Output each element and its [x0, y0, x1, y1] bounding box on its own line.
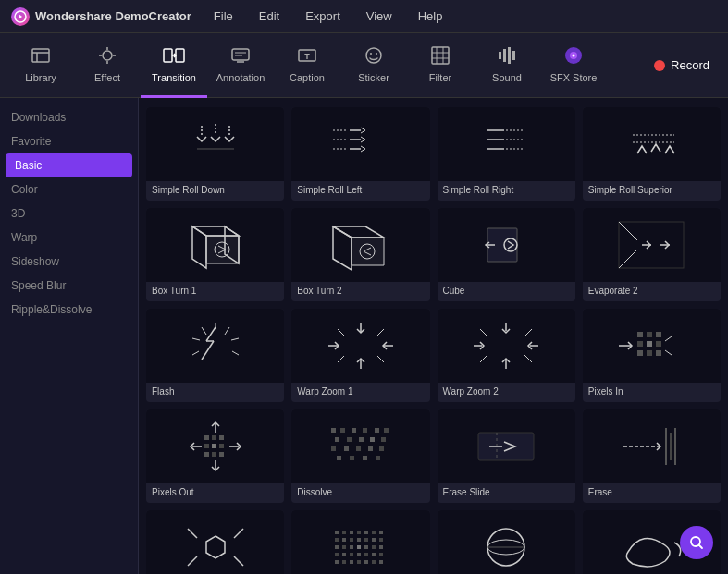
toolbar-effect[interactable]: Effect: [74, 33, 141, 98]
record-button[interactable]: Record: [643, 53, 721, 78]
toolbar-sticker[interactable]: Sticker: [340, 33, 407, 98]
content-area: Simple Roll Down Simple Roll Left: [139, 98, 728, 574]
transition-simple-roll-down[interactable]: Simple Roll Down: [146, 107, 284, 201]
toolbar: Library Effect Transition Annotation T C…: [0, 33, 728, 98]
transition-evaporate-2[interactable]: Evaporate 2: [583, 208, 721, 301]
transition-t19[interactable]: [438, 510, 575, 574]
label-erase-slide: Erase Slide: [438, 483, 575, 503]
sidebar-item-3d[interactable]: 3D: [0, 202, 138, 226]
main-layout: Downloads Favorite Basic Color 3D Warp S…: [0, 98, 728, 574]
svg-rect-116: [368, 446, 373, 451]
svg-rect-115: [356, 446, 361, 451]
library-label: Library: [25, 72, 56, 83]
svg-rect-91: [219, 435, 224, 440]
caption-label: Caption: [290, 72, 325, 83]
transition-erase-slide[interactable]: Erase Slide: [438, 409, 575, 503]
transition-label: Transition: [152, 72, 196, 83]
toolbar-transition[interactable]: Transition: [141, 33, 207, 98]
transition-t17[interactable]: [146, 510, 284, 574]
toolbar-library[interactable]: Library: [7, 33, 74, 98]
svg-rect-11: [232, 49, 249, 60]
toolbar-sfx[interactable]: SFX Store: [540, 33, 607, 98]
transition-warp-zoom-1[interactable]: Warp Zoom 1: [291, 309, 429, 402]
label-simple-roll-superior: Simple Roll Superior: [583, 181, 721, 201]
transition-simple-roll-superior[interactable]: Simple Roll Superior: [583, 107, 721, 201]
svg-rect-104: [352, 428, 356, 433]
svg-rect-156: [342, 553, 346, 556]
menu-export[interactable]: Export: [302, 7, 344, 25]
search-button[interactable]: [680, 526, 713, 559]
sidebar-item-warp[interactable]: Warp: [0, 226, 138, 250]
label-flash: Flash: [146, 383, 284, 402]
svg-rect-114: [344, 446, 349, 451]
sidebar-item-downloads[interactable]: Downloads: [0, 105, 138, 129]
transitions-grid: Simple Roll Down Simple Roll Left: [146, 107, 721, 574]
svg-rect-135: [342, 531, 346, 534]
svg-rect-94: [219, 444, 224, 448]
svg-rect-163: [342, 560, 346, 564]
toolbar-filter[interactable]: Filter: [407, 33, 474, 98]
svg-rect-78: [647, 332, 652, 337]
transition-simple-roll-left[interactable]: Simple Roll Left: [291, 107, 429, 201]
sidebar-item-favorite[interactable]: Favorite: [0, 129, 138, 153]
record-label: Record: [671, 58, 709, 72]
svg-rect-149: [342, 545, 346, 549]
svg-rect-167: [372, 560, 376, 564]
svg-rect-127: [674, 428, 676, 465]
svg-rect-77: [637, 332, 643, 337]
sidebar-item-sideshow[interactable]: Sideshow: [0, 250, 138, 274]
svg-rect-140: [379, 531, 383, 534]
transition-box-turn-1[interactable]: Box Turn 1: [146, 208, 284, 301]
svg-rect-157: [350, 553, 353, 556]
toolbar-sound[interactable]: Sound: [474, 33, 540, 98]
thumb-t17: [146, 510, 284, 574]
transition-pixels-out[interactable]: Pixels Out: [146, 409, 284, 503]
transition-dissolve[interactable]: Dissolve: [291, 409, 429, 503]
svg-point-16: [366, 48, 381, 63]
thumb-erase: [583, 409, 721, 483]
toolbar-caption[interactable]: T Caption: [274, 33, 340, 98]
menu-file[interactable]: File: [210, 7, 237, 25]
transition-t18[interactable]: [291, 510, 429, 574]
transition-simple-roll-right[interactable]: Simple Roll Right: [438, 107, 575, 201]
svg-line-132: [234, 556, 243, 566]
svg-rect-158: [357, 553, 361, 556]
svg-rect-145: [364, 538, 368, 542]
svg-rect-24: [499, 52, 501, 59]
svg-point-30: [573, 54, 575, 56]
svg-rect-95: [204, 452, 209, 457]
transition-cube[interactable]: Cube: [438, 208, 575, 301]
svg-line-60: [232, 351, 239, 355]
transition-warp-zoom-2[interactable]: Warp Zoom 2: [438, 309, 575, 402]
svg-line-65: [338, 329, 344, 336]
toolbar-annotation[interactable]: Annotation: [207, 33, 274, 98]
filter-label: Filter: [429, 72, 451, 83]
svg-rect-121: [376, 456, 380, 460]
sfx-icon: [563, 45, 584, 68]
svg-line-67: [338, 356, 344, 362]
filter-icon: [430, 45, 450, 68]
sidebar-item-basic[interactable]: Basic: [6, 153, 132, 177]
menu-help[interactable]: Help: [414, 7, 447, 25]
svg-rect-82: [656, 341, 661, 347]
svg-rect-146: [372, 538, 376, 542]
menu-edit[interactable]: Edit: [255, 7, 283, 25]
svg-rect-103: [340, 428, 345, 433]
thumb-simple-roll-right: [438, 107, 575, 181]
menu-view[interactable]: View: [363, 7, 396, 25]
svg-rect-25: [503, 49, 506, 62]
svg-point-17: [370, 53, 372, 55]
transition-box-turn-2[interactable]: Box Turn 2: [291, 208, 429, 301]
sidebar-item-ripple[interactable]: Ripple&Dissolve: [0, 298, 138, 322]
transition-flash[interactable]: Flash: [146, 309, 284, 402]
record-dot: [654, 60, 665, 71]
svg-rect-26: [508, 47, 511, 64]
svg-rect-108: [335, 437, 339, 442]
library-icon: [31, 45, 51, 68]
transition-erase[interactable]: Erase: [583, 409, 721, 503]
sound-label: Sound: [492, 72, 522, 83]
sidebar-item-color[interactable]: Color: [0, 177, 138, 202]
transition-pixels-in[interactable]: Pixels In: [583, 309, 721, 402]
svg-rect-1: [32, 49, 49, 62]
sidebar-item-speed-blur[interactable]: Speed Blur: [0, 274, 138, 298]
